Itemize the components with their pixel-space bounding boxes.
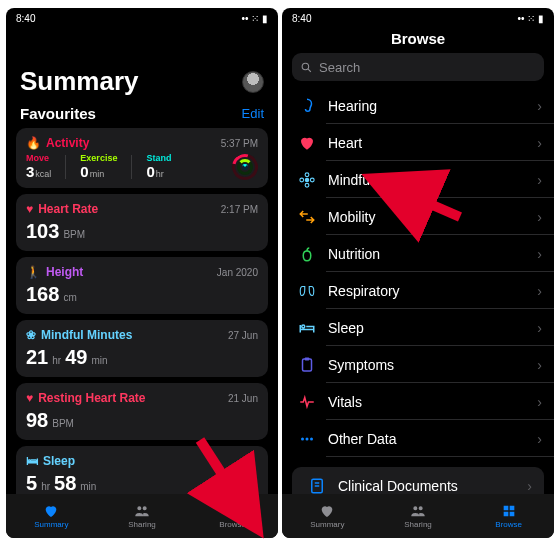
phone-browse: 8:40 •• ⁙ ▮ Browse Search Hearing›Heart›…	[282, 8, 554, 538]
tab-bar: Summary Sharing Browse	[282, 494, 554, 538]
heart-icon: ♥	[26, 202, 33, 216]
chevron-right-icon: ›	[537, 394, 542, 410]
height-title: Height	[46, 265, 83, 279]
resting-title: Resting Heart Rate	[38, 391, 145, 405]
tab-summary[interactable]: Summary	[6, 494, 97, 538]
tab-summary[interactable]: Summary	[282, 494, 373, 538]
row-vitals[interactable]: Vitals›	[282, 383, 554, 420]
card-height[interactable]: 🚶 Height Jan 2020 168cm	[16, 257, 268, 314]
clinical-label: Clinical Documents	[338, 478, 458, 494]
row-respiratory[interactable]: Respiratory›	[282, 272, 554, 309]
row-label: Respiratory	[328, 283, 400, 299]
row-mobility[interactable]: Mobility›	[282, 198, 554, 235]
sleep-title: Sleep	[43, 454, 75, 468]
row-label: Mindfulness	[328, 172, 403, 188]
heart-icon	[296, 132, 318, 154]
move-label: Move	[26, 153, 51, 163]
tab-sharing[interactable]: Sharing	[373, 494, 464, 538]
svg-point-6	[310, 178, 314, 182]
card-activity[interactable]: 🔥 Activity 5:37 PM Move 3kcal Exercise 0…	[16, 128, 268, 188]
heart-rate-time: 2:17 PM	[221, 204, 258, 215]
svg-rect-7	[303, 359, 312, 371]
ecg-icon	[296, 391, 318, 413]
status-bar: 8:40 •• ⁙ ▮	[282, 8, 554, 26]
svg-point-11	[310, 437, 313, 440]
search-input[interactable]: Search	[292, 53, 544, 81]
row-label: Sleep	[328, 320, 364, 336]
row-other-data[interactable]: Other Data›	[282, 420, 554, 457]
chevron-right-icon: ›	[537, 320, 542, 336]
row-label: Nutrition	[328, 246, 380, 262]
stand-label: Stand	[146, 153, 171, 163]
activity-title: Activity	[46, 136, 89, 150]
row-symptoms[interactable]: Symptoms›	[282, 346, 554, 383]
people-icon	[409, 503, 427, 519]
row-label: Mobility	[328, 209, 375, 225]
dots-icon	[296, 428, 318, 450]
row-heart[interactable]: Heart›	[282, 124, 554, 161]
svg-rect-8	[305, 357, 310, 360]
grid-icon	[224, 503, 242, 519]
page-title: Summary	[20, 66, 139, 97]
lungs-icon	[296, 280, 318, 302]
chevron-right-icon: ›	[527, 478, 532, 494]
svg-point-4	[305, 183, 309, 187]
activity-time: 5:37 PM	[221, 138, 258, 149]
row-label: Symptoms	[328, 357, 394, 373]
row-label: Other Data	[328, 431, 396, 447]
svg-line-1	[308, 69, 311, 72]
document-icon	[306, 475, 328, 495]
row-mindfulness[interactable]: Mindfulness›	[282, 161, 554, 198]
svg-point-3	[305, 172, 309, 176]
card-sleep[interactable]: 🛏 Sleep 5hr 58min	[16, 446, 268, 494]
svg-point-0	[302, 63, 309, 69]
card-mindful-minutes[interactable]: ❀ Mindful Minutes 27 Jun 21hr 49min	[16, 320, 268, 377]
activity-rings-icon	[232, 154, 258, 180]
people-icon	[133, 503, 151, 519]
grid-icon	[500, 503, 518, 519]
chevron-right-icon: ›	[537, 357, 542, 373]
resting-time: 21 Jun	[228, 393, 258, 404]
favourites-label: Favourites	[20, 105, 96, 122]
exercise-label: Exercise	[80, 153, 117, 163]
status-bar: 8:40 •• ⁙ ▮	[6, 8, 278, 26]
tab-browse[interactable]: Browse	[187, 494, 278, 538]
phone-summary: 8:40 •• ⁙ ▮ Summary Favourites Edit 🔥 Ac…	[6, 8, 278, 538]
row-label: Heart	[328, 135, 362, 151]
bed-icon: 🛏	[26, 454, 38, 468]
apple-icon	[296, 243, 318, 265]
chevron-right-icon: ›	[537, 172, 542, 188]
status-time: 8:40	[292, 13, 311, 24]
avatar[interactable]	[242, 71, 264, 93]
row-clinical-documents[interactable]: Clinical Documents ›	[292, 467, 544, 494]
status-time: 8:40	[16, 13, 35, 24]
chevron-right-icon: ›	[537, 431, 542, 447]
chevron-right-icon: ›	[537, 209, 542, 225]
card-resting-heart-rate[interactable]: ♥ Resting Heart Rate 21 Jun 98BPM	[16, 383, 268, 440]
mindful-title: Mindful Minutes	[41, 328, 132, 342]
mindful-time: 27 Jun	[228, 330, 258, 341]
row-label: Vitals	[328, 394, 362, 410]
status-right: •• ⁙ ▮	[517, 13, 544, 24]
tab-bar: Summary Sharing Browse	[6, 494, 278, 538]
chevron-right-icon: ›	[537, 283, 542, 299]
tab-browse[interactable]: Browse	[463, 494, 554, 538]
tab-sharing[interactable]: Sharing	[97, 494, 188, 538]
search-placeholder: Search	[319, 60, 360, 75]
row-nutrition[interactable]: Nutrition›	[282, 235, 554, 272]
heart-rate-title: Heart Rate	[38, 202, 98, 216]
card-heart-rate[interactable]: ♥ Heart Rate 2:17 PM 103BPM	[16, 194, 268, 251]
row-label: Hearing	[328, 98, 377, 114]
edit-button[interactable]: Edit	[242, 106, 264, 121]
arrows-icon	[296, 206, 318, 228]
svg-point-10	[306, 437, 309, 440]
svg-point-5	[300, 178, 304, 182]
search-icon	[300, 61, 313, 74]
row-hearing[interactable]: Hearing›	[282, 87, 554, 124]
page-title: Browse	[282, 26, 554, 53]
ear-icon	[296, 95, 318, 117]
heart-icon	[42, 503, 60, 519]
flame-icon: 🔥	[26, 136, 41, 150]
chevron-right-icon: ›	[537, 135, 542, 151]
row-sleep[interactable]: Sleep›	[282, 309, 554, 346]
